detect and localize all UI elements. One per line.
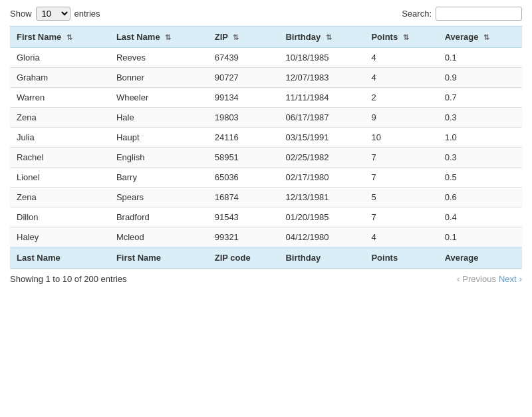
col-header-zip[interactable]: ZIP ⇅ xyxy=(208,27,279,48)
data-table: First Name ⇅ Last Name ⇅ ZIP ⇅ Birthday … xyxy=(10,26,522,269)
cell-average: 0.6 xyxy=(438,188,522,208)
next-chevron-icon: › xyxy=(519,274,522,284)
bottom-controls: Showing 1 to 10 of 200 entries ‹ Previou… xyxy=(10,274,522,284)
cell-zip: 90727 xyxy=(208,68,279,88)
table-row: HaleyMcleod9932104/12/198040.1 xyxy=(10,227,522,247)
cell-last_name: Wheeler xyxy=(110,88,208,108)
table-row: ZenaHale1980306/17/198790.3 xyxy=(10,108,522,128)
footer-col4: Birthday xyxy=(279,247,364,269)
entries-select[interactable]: 10 25 50 100 xyxy=(36,7,70,21)
cell-birthday: 02/17/1980 xyxy=(279,168,364,188)
cell-average: 0.5 xyxy=(438,168,522,188)
cell-zip: 99134 xyxy=(208,88,279,108)
search-area: Search: xyxy=(402,7,522,21)
table-row: WarrenWheeler9913411/11/198420.7 xyxy=(10,88,522,108)
cell-last_name: Hale xyxy=(110,108,208,128)
cell-zip: 58951 xyxy=(208,148,279,168)
col-header-points[interactable]: Points ⇅ xyxy=(364,27,438,48)
footer-col5: Points xyxy=(364,247,438,269)
cell-points: 4 xyxy=(364,227,438,247)
table-row: DillonBradford9154301/20/198570.4 xyxy=(10,208,522,227)
cell-last_name: Reeves xyxy=(110,48,208,68)
sort-first-name-icon[interactable]: ⇅ xyxy=(66,33,72,42)
table-row: GloriaReeves6743910/18/198540.1 xyxy=(10,48,522,68)
sort-average-icon[interactable]: ⇅ xyxy=(483,33,489,42)
cell-points: 7 xyxy=(364,168,438,188)
col-header-last-name[interactable]: Last Name ⇅ xyxy=(110,27,208,48)
pagination-controls: ‹ Previous Next › xyxy=(457,274,522,284)
previous-button[interactable]: Previous xyxy=(462,274,496,284)
previous-chevron-icon: ‹ xyxy=(457,274,460,284)
col-last-name-label: Last Name xyxy=(116,32,160,42)
cell-first_name: Julia xyxy=(10,128,110,148)
cell-first_name: Gloria xyxy=(10,48,110,68)
table-row: LionelBarry6503602/17/198070.5 xyxy=(10,168,522,188)
cell-first_name: Haley xyxy=(10,227,110,247)
col-zip-label: ZIP xyxy=(215,32,228,42)
footer-col2: First Name xyxy=(110,247,208,269)
cell-average: 0.1 xyxy=(438,48,522,68)
cell-points: 9 xyxy=(364,108,438,128)
cell-average: 1.0 xyxy=(438,128,522,148)
cell-points: 7 xyxy=(364,208,438,227)
pagination-summary: Showing 1 to 10 of 200 entries xyxy=(10,274,127,284)
search-label: Search: xyxy=(402,9,432,19)
cell-last_name: Bonner xyxy=(110,68,208,88)
cell-last_name: Mcleod xyxy=(110,227,208,247)
sort-last-name-icon[interactable]: ⇅ xyxy=(165,33,171,42)
cell-first_name: Graham xyxy=(10,68,110,88)
col-birthday-label: Birthday xyxy=(285,32,321,42)
footer-col3: ZIP code xyxy=(208,247,279,269)
cell-points: 7 xyxy=(364,148,438,168)
cell-zip: 99321 xyxy=(208,227,279,247)
col-header-average[interactable]: Average ⇅ xyxy=(438,27,522,48)
sort-zip-icon[interactable]: ⇅ xyxy=(233,33,239,42)
cell-birthday: 10/18/1985 xyxy=(279,48,364,68)
sort-birthday-icon[interactable]: ⇅ xyxy=(326,33,332,42)
cell-zip: 16874 xyxy=(208,188,279,208)
cell-first_name: Zena xyxy=(10,108,110,128)
cell-birthday: 12/13/1981 xyxy=(279,188,364,208)
col-header-first-name[interactable]: First Name ⇅ xyxy=(10,27,110,48)
search-input[interactable] xyxy=(436,7,522,21)
table-row: RachelEnglish5895102/25/198270.3 xyxy=(10,148,522,168)
cell-average: 0.9 xyxy=(438,68,522,88)
cell-first_name: Warren xyxy=(10,88,110,108)
cell-birthday: 01/20/1985 xyxy=(279,208,364,227)
col-average-label: Average xyxy=(445,32,479,42)
footer-col1: Last Name xyxy=(10,247,110,269)
next-button[interactable]: Next xyxy=(499,274,517,284)
table-row: ZenaSpears1687412/13/198150.6 xyxy=(10,188,522,208)
col-first-name-label: First Name xyxy=(17,32,61,42)
cell-birthday: 06/17/1987 xyxy=(279,108,364,128)
cell-last_name: Haupt xyxy=(110,128,208,148)
cell-birthday: 03/15/1991 xyxy=(279,128,364,148)
cell-points: 4 xyxy=(364,48,438,68)
cell-zip: 65036 xyxy=(208,168,279,188)
cell-last_name: Spears xyxy=(110,188,208,208)
cell-average: 0.7 xyxy=(438,88,522,108)
col-header-birthday[interactable]: Birthday ⇅ xyxy=(279,27,364,48)
entries-label: entries xyxy=(74,9,100,19)
cell-average: 0.4 xyxy=(438,208,522,227)
show-label: Show xyxy=(10,9,32,19)
cell-last_name: English xyxy=(110,148,208,168)
cell-last_name: Bradford xyxy=(110,208,208,227)
cell-zip: 91543 xyxy=(208,208,279,227)
cell-zip: 24116 xyxy=(208,128,279,148)
table-row: JuliaHaupt2411603/15/1991101.0 xyxy=(10,128,522,148)
cell-average: 0.3 xyxy=(438,148,522,168)
col-points-label: Points xyxy=(371,32,398,42)
cell-first_name: Lionel xyxy=(10,168,110,188)
top-controls: Show 10 25 50 100 entries Search: xyxy=(10,7,522,21)
footer-col6: Average xyxy=(438,247,522,269)
sort-points-icon[interactable]: ⇅ xyxy=(403,33,409,42)
cell-first_name: Dillon xyxy=(10,208,110,227)
cell-birthday: 02/25/1982 xyxy=(279,148,364,168)
cell-first_name: Rachel xyxy=(10,148,110,168)
cell-last_name: Barry xyxy=(110,168,208,188)
cell-points: 5 xyxy=(364,188,438,208)
cell-average: 0.3 xyxy=(438,108,522,128)
cell-zip: 19803 xyxy=(208,108,279,128)
cell-first_name: Zena xyxy=(10,188,110,208)
